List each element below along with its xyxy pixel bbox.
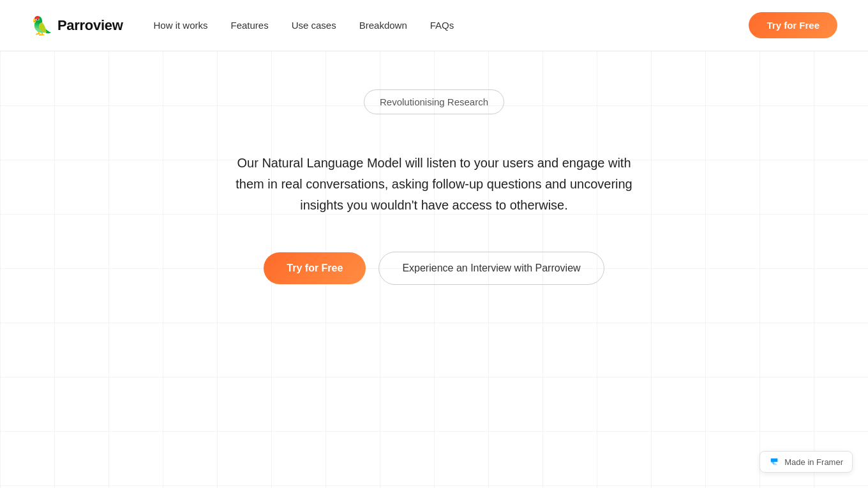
nav-item-breakdown[interactable]: Breakdown	[359, 20, 407, 31]
badge-pill: Revolutionising Research	[364, 89, 504, 114]
nav-links: How it works Features Use cases Breakdow…	[153, 20, 454, 31]
hero-description: Our Natural Language Model will listen t…	[211, 153, 657, 216]
nav-item-use-cases[interactable]: Use cases	[292, 20, 336, 31]
nav-cta-button[interactable]: Try for Free	[749, 12, 837, 38]
nav-link-breakdown[interactable]: Breakdown	[359, 20, 407, 31]
nav-link-features[interactable]: Features	[230, 20, 268, 31]
main-content: Revolutionising Research Our Natural Lan…	[0, 51, 868, 488]
nav-link-how-it-works[interactable]: How it works	[153, 20, 207, 31]
experience-interview-button[interactable]: Experience an Interview with Parroview	[378, 252, 604, 285]
logo-text: Parroview	[57, 17, 123, 34]
try-for-free-button[interactable]: Try for Free	[264, 252, 366, 284]
navbar: 🦜 Parroview How it works Features Use ca…	[0, 0, 868, 51]
nav-link-use-cases[interactable]: Use cases	[292, 20, 336, 31]
logo-icon: 🦜	[31, 15, 51, 36]
buttons-row: Try for Free Experience an Interview wit…	[264, 252, 604, 285]
nav-left: 🦜 Parroview How it works Features Use ca…	[31, 15, 454, 36]
framer-badge: Made in Framer	[760, 451, 853, 473]
nav-link-faqs[interactable]: FAQs	[430, 20, 454, 31]
nav-item-features[interactable]: Features	[230, 20, 268, 31]
logo-link[interactable]: 🦜 Parroview	[31, 15, 123, 36]
framer-icon	[769, 457, 779, 467]
nav-item-faqs[interactable]: FAQs	[430, 20, 454, 31]
framer-label: Made in Framer	[784, 457, 843, 467]
nav-item-how-it-works[interactable]: How it works	[153, 20, 207, 31]
